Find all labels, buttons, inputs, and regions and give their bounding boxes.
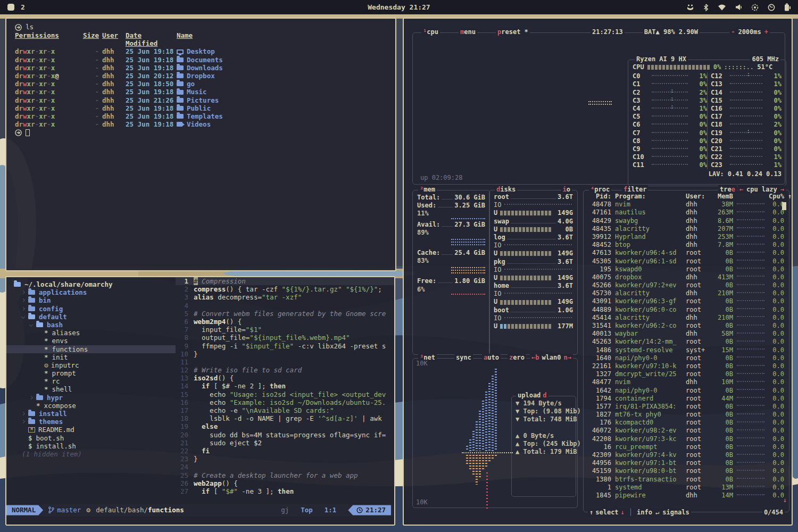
tree-item[interactable]: install [6, 410, 176, 418]
process-row[interactable]: 42309kworker/u97:4-kvroot0B0.0 [587, 451, 787, 459]
tree-item[interactable]: $boot.sh [6, 434, 176, 442]
process-row[interactable]: 1642napi/phy0-0root0B0.0 [587, 387, 787, 395]
git-branch[interactable]: master [48, 506, 81, 514]
update-interval[interactable]: -2000ms+ [729, 28, 770, 36]
net-auto-button[interactable]: auto [482, 354, 501, 362]
file-row[interactable]: drwxr-xr-x-dhh25 Jun 19:18Downloads [15, 64, 395, 72]
code-line[interactable]: 25# Create a desktop launcher for a web … [176, 471, 394, 479]
chevron-down-icon[interactable] [21, 315, 25, 319]
menu-button[interactable]: menu [459, 28, 477, 36]
chevron-right-icon[interactable] [21, 298, 25, 302]
process-row[interactable]: 48452btopdhh7.8M0.0 [587, 241, 787, 249]
tree-item[interactable]: ⚙inputrc [6, 361, 176, 369]
process-row[interactable]: 16rcu_preemptroot0B0.0 [587, 443, 787, 451]
process-row[interactable]: 1327dmcrypt_write/25root0B0.0 [587, 370, 787, 378]
proc-box-tab[interactable]: ⁴proc [589, 186, 611, 194]
process-row[interactable]: 44889kworker/u96:0-coroot0B0.0 [587, 306, 787, 314]
tree-item[interactable]: hypr [6, 394, 176, 402]
cpu-box-tab[interactable]: ¹cpu [421, 28, 440, 36]
tree-item[interactable]: (1 hidden item) [6, 450, 176, 458]
code-line[interactable]: 22 fi [176, 447, 394, 455]
process-row[interactable]: 39912Hyprlanddhh253M0.0 [587, 233, 787, 241]
net-interface[interactable]: ←bwlan0n→ [530, 354, 573, 362]
process-row[interactable]: 1794containerdroot44M0.0 [587, 395, 787, 403]
code-line[interactable]: 20 sudo dd bs=4M status=progress oflag=s… [176, 431, 394, 439]
sort-selector[interactable]: ←cpu lazy→ [738, 186, 786, 194]
wifi-icon[interactable] [718, 4, 726, 11]
screenshot-icon[interactable] [751, 4, 759, 11]
chevron-down-icon[interactable] [29, 323, 33, 327]
preset-button[interactable]: preset * [496, 28, 530, 36]
bluetooth-icon[interactable] [703, 4, 709, 11]
process-row[interactable]: 22161kworker/u97:10-kroot0B0.0 [587, 362, 787, 370]
code-line[interactable]: 14 if [ $# -ne 2 ]; then [176, 382, 394, 390]
battery-icon[interactable] [784, 3, 791, 11]
code-line[interactable]: 1# Compression [176, 277, 394, 285]
code-line[interactable]: 7 input_file="$1" [176, 326, 394, 334]
chevron-right-icon[interactable] [21, 420, 25, 423]
code-line[interactable]: 16 echo "Example: iso2sd ~/Downloads/ubu… [176, 398, 394, 406]
file-row[interactable]: drwxr-xr-x-dhh25 Jun 19:18Templates [15, 112, 395, 120]
process-row[interactable]: 31541kworker/u96:2-coroot0B0.0 [587, 322, 787, 330]
tree-item[interactable]: ~/.local/share/omarchy [6, 280, 176, 288]
clock[interactable]: Wednesday 21:27 [0, 3, 798, 11]
process-row[interactable]: 44956kworker/u97:1-btroot0B0.0 [587, 459, 787, 467]
code-line[interactable]: 6webm2mp4() { [176, 318, 394, 326]
code-line[interactable]: 4 [176, 302, 394, 310]
process-row[interactable]: 46072kworker/u98:2-evroot0B0.0 [587, 427, 787, 435]
file-row[interactable]: drwxr-xr-x-dhh25 Jun 19:18Music [15, 88, 395, 96]
code-editor[interactable]: 1# Compression2compress() { tar -czf "${… [176, 277, 394, 504]
process-row[interactable]: 1systemdroot13M0.0 [587, 484, 787, 492]
terminal-window[interactable]: ls PermissionsSizeUserDate ModifiedName … [5, 18, 396, 271]
process-row[interactable]: 1380btrfs-transactioroot0B0.0 [587, 476, 787, 484]
disks-box-tab[interactable]: disks [495, 186, 517, 194]
tree-item[interactable]: *rc [6, 377, 176, 385]
process-row[interactable]: 40013waybardhh58M0.0 [587, 330, 787, 338]
code-line[interactable]: 2compress() { tar -czf "${1%/}.tar.gz" "… [176, 285, 394, 293]
file-row[interactable]: drwxr-xr-x-dhh25 Jun 19:18Videos [15, 120, 395, 128]
process-row[interactable]: 48429swaybgdhh8.6M0.0 [587, 217, 787, 225]
process-row[interactable]: 48477nvimdhh10M0.0 [587, 378, 787, 386]
tree-item[interactable]: *xcompose [6, 402, 176, 410]
chevron-right-icon[interactable] [29, 396, 33, 400]
btop-window[interactable]: ¹cpu menu preset * 21:27:13 BAT▲ 98% 2.9… [403, 18, 793, 526]
process-row[interactable]: 40075dropboxdhh413M0.0 [587, 273, 787, 281]
code-line[interactable]: 5# Convert webm files generated by the G… [176, 310, 394, 318]
process-row[interactable]: 45305kworker/u96:1-sdroot0B0.0 [587, 257, 787, 265]
code-line[interactable]: 23} [176, 455, 394, 463]
process-row[interactable]: 45159kworker/u98:0-btroot0B0.0 [587, 467, 787, 475]
chevron-right-icon[interactable] [21, 307, 25, 311]
file-tree[interactable]: ~/.local/share/omarchyapplicationsbincon… [6, 277, 176, 504]
file-row[interactable]: drwxr-xr-x@-dhh25 Jun 20:12Dropbox [15, 72, 395, 80]
process-row[interactable]: 47613kworker/u96:4-sdroot0B0.0 [587, 249, 787, 257]
code-line[interactable]: 12# Write iso file to sd card [176, 366, 394, 374]
neovim-window[interactable]: ~/.local/share/omarchyapplicationsbincon… [5, 276, 395, 526]
file-row[interactable]: drwxr-xr-x-dhh25 Jun 19:18Public [15, 104, 395, 112]
process-row[interactable]: 1486systemd-resolvesyst+15M0.0 [587, 346, 787, 354]
process-row[interactable]: 45263kworker/14:2-mm_root0B0.0 [587, 338, 787, 346]
code-line[interactable]: 3alias decompress="tar -xzf" [176, 293, 394, 301]
omarchy-logo-icon[interactable] [7, 4, 14, 11]
code-line[interactable]: 10} [176, 350, 394, 358]
io-toggle[interactable]: io [561, 186, 572, 194]
tree-item[interactable]: applications [6, 288, 176, 296]
net-info-tab[interactable]: uploadd [516, 392, 548, 400]
volume-icon[interactable] [735, 4, 742, 11]
code-line[interactable]: 15 echo "Usage: iso2sd <input_file> <out… [176, 390, 394, 398]
process-row[interactable]: 1577irq/81-PIXA3854:root0B0.0 [587, 403, 787, 411]
process-row[interactable]: 1845pipewiredhh14M0.0 [587, 492, 787, 500]
code-line[interactable]: 17 echo -e "\nAvailable SD cards:" [176, 406, 394, 414]
tree-item[interactable]: default [6, 313, 176, 321]
tree-item[interactable]: *shell [6, 385, 176, 393]
file-row[interactable]: drwxr-xr-x-dhh25 Jun 19:18Documents [15, 56, 395, 64]
file-row[interactable]: drwxr-xr-x-dhh25 Jun 19:18Desktop [15, 47, 395, 55]
process-row[interactable]: 42208kworker/u97:3-kcroot0B0.0 [587, 435, 787, 443]
scrollbar-thumb[interactable] [782, 202, 786, 210]
process-row[interactable]: 176kcompactd0root0B0.0 [587, 419, 787, 427]
tree-item[interactable]: *functions [6, 345, 176, 353]
code-line[interactable]: 21 sudo eject $2 [176, 439, 394, 447]
process-row[interactable]: 1827mt76-tx phy0root0B0.0 [587, 411, 787, 419]
tree-item[interactable]: *envs [6, 337, 176, 345]
workspace-indicator[interactable]: 2 [21, 3, 25, 11]
tree-item[interactable]: config [6, 305, 176, 313]
